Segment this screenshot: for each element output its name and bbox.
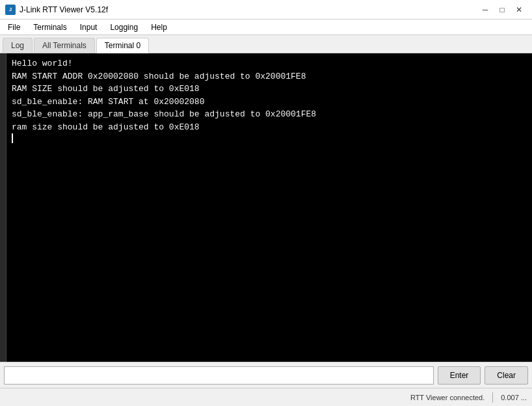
input-area: Enter Clear [0,362,532,388]
menu-help[interactable]: Help [146,21,172,33]
terminal-container: Hello world! RAM START ADDR 0x20002080 s… [7,53,532,362]
terminal-cursor-line [12,133,527,143]
menu-file[interactable]: File [3,21,25,33]
minimize-button[interactable]: ─ [477,3,493,16]
terminal-line-0: Hello world! [12,57,527,70]
tab-terminal-0[interactable]: Terminal 0 [96,38,149,53]
menu-terminals[interactable]: Terminals [28,21,72,33]
main-area: Hello world! RAM START ADDR 0x20002080 s… [0,53,532,362]
close-button[interactable]: ✕ [511,3,527,16]
menu-logging[interactable]: Logging [105,21,143,33]
tab-bar: Log All Terminals Terminal 0 [0,35,532,53]
speed-status: 0.007 ... [501,394,527,401]
scrollbar-side[interactable] [0,53,7,362]
clear-button[interactable]: Clear [485,366,528,385]
enter-button[interactable]: Enter [438,366,481,385]
terminal-line-2: RAM SIZE should be adjusted to 0xE018 [12,83,527,96]
terminal-line-5: ram size should be adjusted to 0xE018 [12,121,527,134]
title-bar: J J-Link RTT Viewer V5.12f ─ □ ✕ [0,0,532,20]
tab-log[interactable]: Log [3,38,33,53]
title-bar-title: J-Link RTT Viewer V5.12f [20,5,108,14]
app-icon: J [5,5,16,15]
connection-status: RTT Viewer connected. [410,394,485,401]
menu-bar: File Terminals Input Logging Help [0,20,532,35]
status-bar: RTT Viewer connected. 0.007 ... [0,388,532,406]
app-icon-text: J [9,7,12,12]
tab-all-terminals[interactable]: All Terminals [34,38,95,53]
terminal-cursor [12,133,13,143]
terminal-input[interactable] [4,366,434,385]
menu-input[interactable]: Input [75,21,103,33]
terminal-line-1: RAM START ADDR 0x20002080 should be adju… [12,70,527,83]
title-bar-left: J J-Link RTT Viewer V5.12f [5,5,108,15]
status-divider [492,392,493,403]
terminal-line-4: sd_ble_enable: app_ram_base should be ad… [12,108,527,121]
maximize-button[interactable]: □ [494,3,510,16]
terminal-line-3: sd_ble_enable: RAM START at 0x20002080 [12,96,527,109]
title-bar-controls: ─ □ ✕ [477,3,527,16]
